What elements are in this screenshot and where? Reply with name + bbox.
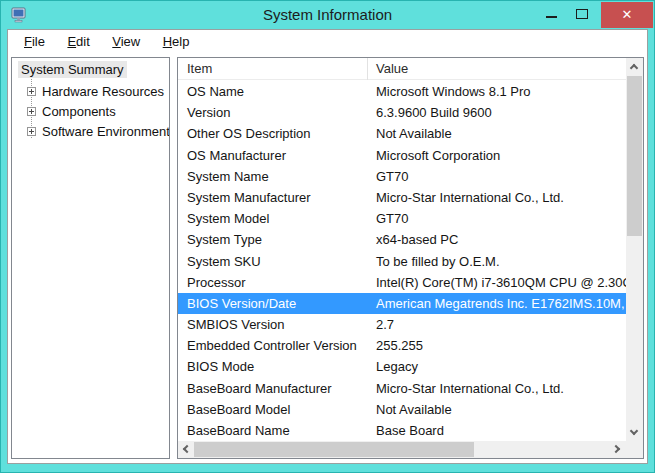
- table-row[interactable]: System NameGT70: [178, 166, 626, 187]
- table-row[interactable]: System ModelGT70: [178, 208, 626, 229]
- chevron-down-icon: [630, 427, 638, 435]
- maximize-icon: [576, 9, 588, 19]
- table-row[interactable]: BIOS ModeLegacy: [178, 356, 626, 377]
- horizontal-scrollbar-thumb[interactable]: [194, 442, 474, 457]
- close-button[interactable]: ✕: [601, 2, 653, 28]
- table-row[interactable]: SMBIOS Version2.7: [178, 314, 626, 335]
- chevron-right-icon: [612, 445, 620, 453]
- table-row[interactable]: OS NameMicrosoft Windows 8.1 Pro: [178, 81, 626, 102]
- scroll-left-button[interactable]: [178, 441, 195, 458]
- menu-bar: File Edit View Help: [8, 30, 647, 55]
- column-header-item[interactable]: Item: [187, 58, 368, 80]
- details-table-pane: Item Value OS NameMicrosoft Windows 8.1 …: [177, 57, 644, 459]
- title-bar[interactable]: System Information ✕: [1, 1, 654, 29]
- expand-plus-icon[interactable]: [27, 107, 36, 116]
- expand-plus-icon[interactable]: [27, 87, 36, 96]
- tree-item-software-environment[interactable]: Software Environment: [12, 123, 169, 141]
- table-row-selected[interactable]: BIOS Version/DateAmerican Megatrends Inc…: [178, 293, 626, 314]
- table-body: OS NameMicrosoft Windows 8.1 Pro Version…: [178, 81, 626, 441]
- expand-plus-icon[interactable]: [27, 127, 36, 136]
- table-row[interactable]: System SKUTo be filled by O.E.M.: [178, 251, 626, 272]
- table-row[interactable]: System Typex64-based PC: [178, 229, 626, 250]
- table-row[interactable]: BaseBoard NameBase Board: [178, 420, 626, 441]
- minimize-button[interactable]: [536, 1, 566, 28]
- table-row[interactable]: System ManufacturerMicro-Star Internatio…: [178, 187, 626, 208]
- horizontal-scrollbar[interactable]: [178, 441, 626, 458]
- table-row[interactable]: ProcessorIntel(R) Core(TM) i7-3610QM CPU…: [178, 272, 626, 293]
- close-icon: ✕: [622, 7, 633, 22]
- table-row[interactable]: OS ManufacturerMicrosoft Corporation: [178, 145, 626, 166]
- menu-file[interactable]: File: [15, 30, 54, 55]
- menu-edit[interactable]: Edit: [58, 30, 98, 55]
- tree-item-hardware-resources[interactable]: Hardware Resources: [12, 83, 169, 101]
- maximize-button[interactable]: [567, 1, 597, 28]
- tree-item-components[interactable]: Components: [12, 103, 169, 121]
- table-row[interactable]: Other OS DescriptionNot Available: [178, 123, 626, 144]
- vertical-scrollbar-thumb[interactable]: [627, 76, 642, 236]
- minimize-icon: [546, 16, 557, 18]
- table-row[interactable]: BaseBoard ManufacturerMicro-Star Interna…: [178, 378, 626, 399]
- vertical-scrollbar[interactable]: [626, 58, 643, 441]
- scroll-down-button[interactable]: [626, 424, 643, 441]
- table-header: Item Value: [178, 58, 626, 80]
- category-tree-pane: System Summary Hardware Resources Compon…: [11, 57, 170, 459]
- scrollbar-corner: [626, 441, 643, 458]
- scroll-up-button[interactable]: [626, 58, 643, 75]
- chevron-left-icon: [183, 445, 191, 453]
- system-information-window: System Information ✕ File Edit View Help…: [0, 0, 655, 473]
- column-header-value[interactable]: Value: [376, 58, 626, 80]
- scroll-right-button[interactable]: [609, 441, 626, 458]
- client-area: File Edit View Help System Summary Hardw…: [7, 29, 648, 464]
- table-row[interactable]: Version6.3.9600 Build 9600: [178, 102, 626, 123]
- tree-item-system-summary[interactable]: System Summary: [18, 62, 169, 80]
- table-row[interactable]: BaseBoard ModelNot Available: [178, 399, 626, 420]
- menu-view[interactable]: View: [103, 30, 149, 55]
- table-row[interactable]: Embedded Controller Version255.255: [178, 335, 626, 356]
- chevron-up-icon: [630, 64, 638, 72]
- menu-help[interactable]: Help: [154, 30, 199, 55]
